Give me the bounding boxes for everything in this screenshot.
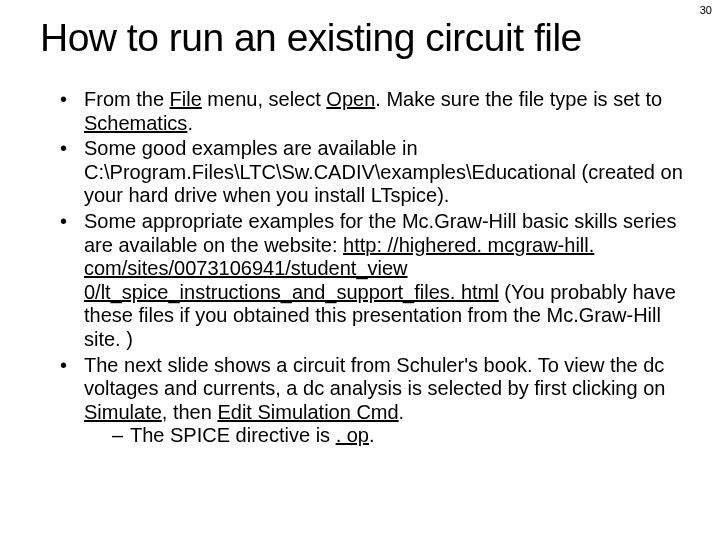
text: . [399,401,405,423]
list-item: The next slide shows a circuit from Schu… [64,354,690,448]
underline-simulate: Simulate [84,401,162,423]
text: From the [84,88,170,110]
text: menu, select [202,88,327,110]
text: . [187,112,193,134]
sub-list: The SPICE directive is . op. [84,424,690,448]
list-item: Some appropriate examples for the Mc.Gra… [64,210,690,352]
list-item: Some good examples are available in C:\P… [64,137,690,208]
underline-open: Open [326,88,375,110]
text: . Make sure the file type is set to [375,88,662,110]
underline-edit-sim-cmd: Edit Simulation Cmd [217,401,398,423]
text: The next slide shows a circuit from Schu… [84,354,665,400]
sub-list-item: The SPICE directive is . op. [112,424,690,448]
list-item: From the File menu, select Open. Make su… [64,88,690,135]
bullet-list: From the File menu, select Open. Make su… [40,88,690,448]
text: The SPICE directive is [130,424,336,446]
underline-schematics: Schematics [84,112,187,134]
underline-file: File [170,88,202,110]
text: , then [162,401,218,423]
page-number: 30 [700,4,712,16]
underline-op: . op [336,424,369,446]
text: . [369,424,375,446]
slide-title: How to run an existing circuit file [40,16,690,60]
